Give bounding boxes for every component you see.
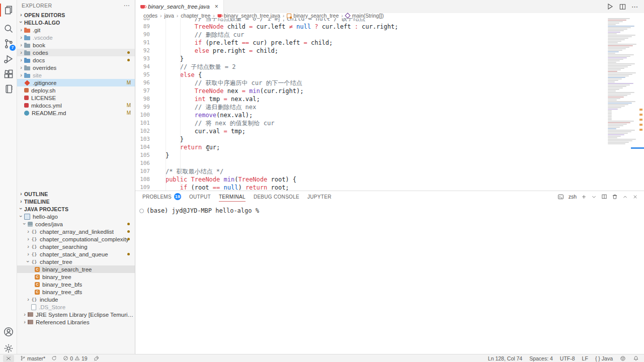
- close-panel-icon[interactable]: [632, 194, 638, 200]
- line-number[interactable]: 107: [135, 167, 150, 175]
- code-line-105[interactable]: 105 }: [135, 151, 644, 159]
- code-line-108[interactable]: 108 public TreeNode min(TreeNode root) {: [135, 175, 644, 184]
- more-actions-icon[interactable]: ⋯: [631, 3, 638, 11]
- tree-item-docs[interactable]: ›docs: [17, 56, 135, 64]
- tree-item-vscode[interactable]: ›.vscode: [17, 34, 135, 41]
- breadcrumb-item-main-string[interactable]: main(String[]): [346, 13, 384, 19]
- tree-item-license[interactable]: LICENSE: [17, 94, 135, 102]
- explorer-more-actions-icon[interactable]: ⋯: [124, 2, 130, 9]
- line-number[interactable]: 101: [135, 119, 150, 127]
- line-number[interactable]: 98: [135, 95, 150, 103]
- line-number[interactable]: 103: [135, 135, 150, 143]
- plus-icon[interactable]: [581, 194, 587, 200]
- indentation-setting[interactable]: Spaces: 4: [529, 355, 553, 361]
- bell-icon[interactable]: [633, 355, 639, 361]
- code-line-97[interactable]: 97 TreeNode nex = min(cur.right);: [135, 87, 644, 95]
- language-mode[interactable]: { } Java: [595, 355, 613, 361]
- tree-item-gitignore[interactable]: .gitignoreM: [17, 79, 135, 86]
- code-line-90[interactable]: 90 // 删除结点 cur: [135, 31, 644, 39]
- code-line-109[interactable]: 109 if (root == null) return root;: [135, 184, 644, 191]
- line-number[interactable]: 94: [135, 63, 150, 71]
- tree-item-binary-tree[interactable]: Cbinary_tree: [17, 273, 135, 281]
- code-line-106[interactable]: 106: [135, 159, 644, 167]
- tree-item-mkdocs-yml[interactable]: mkdocs.ymlM: [17, 102, 135, 109]
- shell-label[interactable]: zsh: [569, 194, 577, 200]
- tree-item-jre-system-library-eclipse-temurin-17-17[interactable]: ›JRE System Library [Eclipse Temurin 17 …: [17, 311, 135, 318]
- panel-tab-problems[interactable]: PROBLEMS19: [142, 191, 181, 202]
- code-line-100[interactable]: 100 remove(nex.val);: [135, 111, 644, 119]
- tree-item-binary-tree-dfs[interactable]: Cbinary_tree_dfs: [17, 288, 135, 296]
- problems-status[interactable]: 0 19: [63, 355, 88, 361]
- code-editor[interactable]: 88 // 当子结点数量 = 0 / 1 时，child = null / 该子…: [135, 18, 644, 191]
- explorer-icon[interactable]: [0, 3, 17, 18]
- account-icon[interactable]: [0, 324, 17, 339]
- breadcrumb-item-codes[interactable]: codes: [143, 13, 157, 19]
- open-editors-header[interactable]: › OPEN EDITORS: [17, 11, 135, 19]
- tree-item-site[interactable]: ›site: [17, 71, 135, 79]
- run-button[interactable]: [606, 3, 614, 11]
- line-number[interactable]: 96: [135, 79, 150, 87]
- tree-item-binary-search-tree[interactable]: Cbinary_search_tree: [17, 265, 135, 273]
- split-editor-icon[interactable]: [619, 3, 626, 11]
- line-number[interactable]: 102: [135, 127, 150, 135]
- code-line-89[interactable]: 89 TreeNode child = cur.left ≠ null ? cu…: [135, 23, 644, 31]
- extensions-icon[interactable]: [0, 66, 17, 81]
- tree-item-hello-algo[interactable]: ›hello-algo: [17, 213, 135, 220]
- tree-item-chapter-searching[interactable]: ›{}chapter_searching: [17, 243, 135, 250]
- breadcrumb-item-binary-search-tree[interactable]: binary_search_tree: [287, 13, 339, 19]
- code-line-91[interactable]: 91 if (pre.left == cur) pre.left = child…: [135, 39, 644, 47]
- code-line-104[interactable]: 104 return cur;: [135, 143, 644, 151]
- breadcrumb-item-binary-search-tree-java[interactable]: binary_search_tree.java: [217, 13, 280, 19]
- tree-item-ds-store[interactable]: .DS_Store: [17, 303, 135, 311]
- eol-setting[interactable]: LF: [582, 355, 588, 361]
- line-number[interactable]: 106: [135, 159, 150, 167]
- line-number[interactable]: 91: [135, 39, 150, 47]
- code-line-101[interactable]: 101 // 将 nex 的值复制给 cur: [135, 119, 644, 127]
- run-and-debug-icon[interactable]: [0, 51, 17, 66]
- line-number[interactable]: 95: [135, 71, 150, 79]
- tree-item-codes-java[interactable]: ›codes/java: [17, 220, 135, 228]
- tree-item-codes[interactable]: ›codes: [17, 49, 135, 56]
- panel-tab-jupyter[interactable]: JUPYTER: [307, 191, 332, 202]
- search-icon[interactable]: [0, 21, 17, 36]
- tree-item-overrides[interactable]: ›overrides: [17, 64, 135, 71]
- rocket-icon[interactable]: [94, 355, 100, 361]
- line-number[interactable]: 90: [135, 31, 150, 39]
- line-number[interactable]: 100: [135, 111, 150, 119]
- line-number[interactable]: 105: [135, 151, 150, 159]
- code-line-102[interactable]: 102 cur.val = tmp;: [135, 127, 644, 135]
- breadcrumb-item-java[interactable]: java: [165, 13, 174, 19]
- breadcrumb-item-chapter-tree[interactable]: chapter_tree: [181, 13, 210, 19]
- code-line-98[interactable]: 98 int tmp = nex.val;: [135, 95, 644, 103]
- line-number[interactable]: 109: [135, 184, 150, 191]
- line-number[interactable]: 92: [135, 47, 150, 55]
- java-projects-header[interactable]: › JAVA PROJECTS: [17, 205, 135, 213]
- tree-item-chapter-array-and-linkedlist[interactable]: ›{}chapter_array_and_linkedlist: [17, 228, 135, 235]
- workspace-root-header[interactable]: › HELLO-ALGO: [17, 19, 135, 26]
- close-tab-icon[interactable]: ×: [215, 3, 218, 10]
- code-line-103[interactable]: 103 }: [135, 135, 644, 143]
- line-number[interactable]: 93: [135, 55, 150, 63]
- tree-item-chapter-stack-and-queue[interactable]: ›{}chapter_stack_and_queue: [17, 250, 135, 258]
- git-branch-status[interactable]: master*: [20, 355, 45, 361]
- code-line-107[interactable]: 107 /* 获取最小结点 */: [135, 167, 644, 175]
- tree-item-chapter-tree[interactable]: ›{}chapter_tree: [17, 258, 135, 265]
- line-number[interactable]: 104: [135, 143, 150, 151]
- sync-icon[interactable]: [51, 355, 57, 361]
- notebook-icon[interactable]: [0, 81, 17, 97]
- tree-item-git[interactable]: ›.git: [17, 26, 135, 34]
- code-line-88[interactable]: 88 // 当子结点数量 = 0 / 1 时，child = null / 该子…: [135, 18, 644, 23]
- cursor-position[interactable]: Ln 128, Col 74: [488, 355, 522, 361]
- trash-icon[interactable]: [612, 194, 618, 200]
- tree-item-binary-tree-bfs[interactable]: Cbinary_tree_bfs: [17, 281, 135, 288]
- feedback-icon[interactable]: [620, 355, 626, 361]
- split-terminal-icon[interactable]: [601, 194, 607, 200]
- remote-indicator-icon[interactable]: [3, 355, 14, 362]
- minimap[interactable]: [608, 15, 638, 144]
- panel-tab-debug-console[interactable]: DEBUG CONSOLE: [254, 191, 299, 202]
- terminal-output[interactable]: (base) jyd@JYD-MBP hello-algo %: [135, 202, 644, 214]
- code-line-94[interactable]: 94 // 子结点数量 = 2: [135, 63, 644, 71]
- panel-tab-output[interactable]: OUTPUT: [189, 191, 211, 202]
- code-line-92[interactable]: 92 else pre.right = child;: [135, 47, 644, 55]
- line-number[interactable]: 108: [135, 175, 150, 184]
